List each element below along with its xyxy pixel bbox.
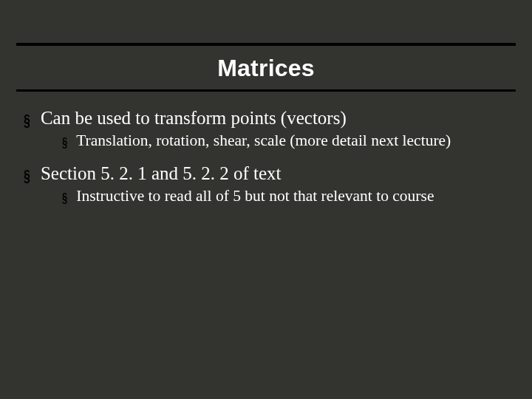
bullet-text: Section 5. 2. 1 and 5. 2. 2 of text (41, 163, 282, 184)
title-wrap: Matrices (16, 46, 516, 89)
section-bullet-icon: § (62, 136, 67, 149)
list-item: § Section 5. 2. 1 and 5. 2. 2 of text (24, 163, 516, 184)
content: § Can be used to transform points (vecto… (16, 92, 516, 205)
section-bullet-icon: § (62, 191, 67, 205)
list-item-sub: § Instructive to read all of 5 but not t… (62, 187, 516, 205)
section-bullet-icon: § (24, 112, 30, 129)
list-item: § Can be used to transform points (vecto… (24, 108, 516, 129)
section-bullet-icon: § (24, 168, 30, 184)
bullet-text: Can be used to transform points (vectors… (41, 108, 347, 129)
slide-title: Matrices (16, 55, 516, 82)
bullet-text: Instructive to read all of 5 but not tha… (76, 187, 434, 205)
list-item-sub: § Translation, rotation, shear, scale (m… (62, 132, 516, 150)
bullet-text: Translation, rotation, shear, scale (mor… (76, 132, 451, 150)
slide: Matrices § Can be used to transform poin… (0, 43, 532, 399)
